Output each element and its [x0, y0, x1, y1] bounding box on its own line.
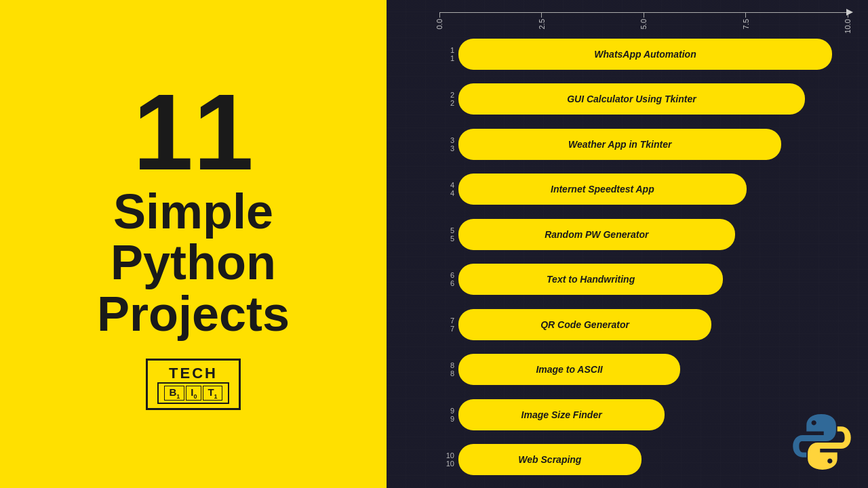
left-panel: 11 Simple Python Projects TECH B1 I0 T1	[0, 0, 387, 488]
axis-line	[439, 12, 848, 13]
python-logo	[788, 408, 856, 476]
bar-label: Text to Handwriting	[534, 274, 647, 285]
bar-track: Image to ASCII	[458, 348, 848, 392]
bar: Image Size Finder	[458, 399, 665, 430]
bar-rank: 44	[439, 181, 458, 197]
bar-track: Internet Speedtest App	[458, 168, 848, 211]
logo-bit-row: B1 I0 T1	[157, 382, 229, 404]
tick-0: 0.0	[435, 12, 443, 29]
bar: Text to Handwriting	[458, 264, 723, 295]
bar: QR Code Generator	[458, 309, 711, 340]
logo-b: B1	[164, 386, 184, 401]
tick-line	[439, 12, 440, 18]
axis-ticks-row: 0.0 2.5 5.0 7.5 10.0	[439, 12, 848, 33]
bar-row: 66Text to Handwriting	[439, 258, 848, 302]
bar-row: 44Internet Speedtest App	[439, 168, 848, 211]
bar-label: Internet Speedtest App	[538, 184, 667, 195]
axis-arrow	[846, 9, 853, 16]
tick-line	[745, 12, 746, 18]
logo-i: I0	[186, 386, 201, 401]
subtitle-line1: Simple	[113, 186, 273, 238]
tick-val: 7.5	[742, 19, 750, 29]
bar-label: GUI Calculator Using Tkinter	[555, 94, 709, 104]
bar-label: QR Code Generator	[528, 319, 642, 330]
bar-label: Image Size Finder	[509, 409, 614, 420]
tick-val: 2.5	[538, 19, 546, 29]
bar: GUI Calculator Using Tkinter	[458, 83, 805, 115]
tick-50: 5.0	[639, 12, 648, 29]
bar-row: 77QR Code Generator	[439, 303, 848, 346]
bar-rank: 1010	[439, 451, 458, 468]
bar-rank: 11	[439, 46, 458, 62]
bar-track: QR Code Generator	[458, 303, 848, 346]
bar-rank: 22	[439, 91, 458, 107]
subtitle-line3: Projects	[97, 289, 290, 340]
bar-rank: 99	[439, 407, 458, 423]
bar-track: WhatsApp Automation	[458, 33, 848, 76]
bar-row: 55Random PW Generator	[439, 213, 848, 256]
tick-line	[644, 12, 644, 18]
tick-25: 2.5	[538, 12, 546, 29]
bar: Image to ASCII	[458, 354, 680, 385]
logo-area: TECH B1 I0 T1	[146, 359, 240, 410]
subtitle-line2: Python	[111, 237, 276, 289]
tick-val: 10.0	[844, 19, 852, 33]
bar: Web Scraping	[458, 444, 642, 475]
bar-track: Weather App in Tkinter	[458, 123, 848, 166]
bar-row: 99Image Size Finder	[439, 393, 848, 436]
bar: Weather App in Tkinter	[458, 129, 781, 160]
big-number: 11	[133, 78, 254, 186]
bar-rank: 55	[439, 226, 458, 243]
bar-label: Web Scraping	[506, 454, 593, 465]
bar-rank: 77	[439, 317, 458, 333]
right-panel: 0.0 2.5 5.0 7.5 10.0	[387, 0, 868, 488]
bar-row: 1010Web Scraping	[439, 439, 848, 482]
bar-row: 88Image to ASCII	[439, 348, 848, 392]
tick-line	[541, 12, 542, 18]
bar-track: GUI Calculator Using Tkinter	[458, 78, 848, 121]
bar: WhatsApp Automation	[458, 39, 832, 70]
bar: Internet Speedtest App	[458, 174, 747, 205]
tick-75: 7.5	[742, 12, 750, 29]
logo-box: TECH B1 I0 T1	[146, 359, 240, 410]
tick-val: 5.0	[639, 19, 648, 29]
bar-row: 22GUI Calculator Using Tkinter	[439, 78, 848, 121]
bar-rank: 88	[439, 361, 458, 378]
bar: Random PW Generator	[458, 219, 735, 250]
bar-label: Image to ASCII	[524, 364, 614, 375]
bar-rank: 66	[439, 271, 458, 287]
logo-t: T1	[203, 386, 222, 401]
bar-rank: 33	[439, 136, 458, 152]
bar-label: Random PW Generator	[532, 229, 660, 240]
tick-val: 0.0	[435, 19, 443, 29]
bar-track: Text to Handwriting	[458, 258, 848, 302]
bar-label: WhatsApp Automation	[582, 49, 708, 60]
bars-area: 11WhatsApp Automation22GUI Calculator Us…	[420, 33, 848, 481]
bar-track: Random PW Generator	[458, 213, 848, 256]
logo-tech: TECH	[169, 365, 218, 382]
bar-row: 11WhatsApp Automation	[439, 33, 848, 76]
bar-row: 33Weather App in Tkinter	[439, 123, 848, 166]
bar-label: Weather App in Tkinter	[556, 139, 684, 150]
